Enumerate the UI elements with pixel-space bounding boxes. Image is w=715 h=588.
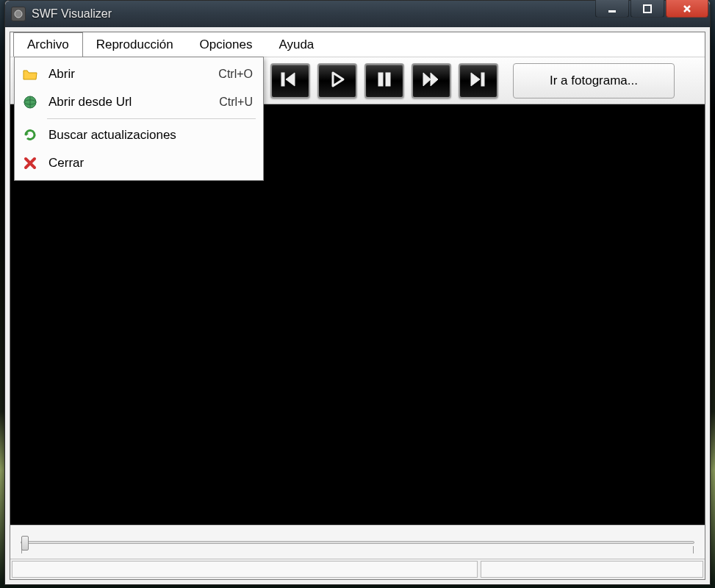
svg-rect-1 (608, 10, 616, 12)
menubar: Archivo Reproducción Opciones Ayuda (10, 32, 705, 57)
archivo-dropdown: Abrir Ctrl+O Abrir desde Url Ctrl+U Busc… (14, 57, 264, 181)
svg-rect-2 (644, 5, 651, 12)
menuitem-updates[interactable]: Buscar actualizaciones (15, 121, 263, 149)
statusbar (10, 559, 705, 579)
window-title: SWF Visualizer (32, 7, 595, 21)
timeline-slider-area (10, 525, 705, 559)
menuitem-cerrar[interactable]: Cerrar (15, 149, 263, 177)
svg-rect-3 (281, 73, 284, 86)
slider-thumb[interactable] (21, 536, 29, 551)
close-x-icon (22, 155, 38, 171)
app-icon (11, 7, 26, 21)
menu-reproduccion[interactable]: Reproducción (83, 32, 187, 57)
svg-point-0 (15, 10, 22, 18)
titlebar[interactable]: SWF Visualizer (5, 1, 710, 27)
skip-end-button[interactable] (459, 63, 498, 98)
menuitem-shortcut: Ctrl+U (219, 96, 253, 109)
menu-ayuda[interactable]: Ayuda (265, 32, 327, 57)
svg-rect-4 (378, 73, 383, 86)
menu-archivo[interactable]: Archivo (13, 32, 83, 57)
goto-frame-button[interactable]: Ir a fotograma... (513, 63, 675, 98)
skip-back-icon (280, 71, 301, 90)
menuitem-shortcut: Ctrl+O (218, 68, 253, 81)
menuitem-label: Abrir desde Url (48, 95, 209, 110)
svg-rect-5 (386, 73, 390, 86)
menuitem-label: Cerrar (48, 156, 253, 171)
maximize-button[interactable] (630, 0, 664, 18)
goto-frame-label: Ir a fotograma... (550, 74, 638, 88)
fast-forward-icon (421, 71, 442, 90)
slider-tick-end (693, 546, 694, 553)
close-button[interactable] (666, 0, 708, 18)
svg-rect-6 (481, 73, 484, 86)
menuitem-abrir[interactable]: Abrir Ctrl+O (15, 60, 263, 88)
minimize-button[interactable] (595, 0, 629, 18)
menuitem-abrir-url[interactable]: Abrir desde Url Ctrl+U (15, 88, 263, 116)
skip-forward-icon (468, 71, 489, 90)
window-controls (595, 0, 708, 18)
client-area: Archivo Reproducción Opciones Ayuda (10, 32, 705, 580)
play-icon (328, 71, 346, 90)
menu-separator (47, 118, 256, 119)
pause-button[interactable] (364, 63, 404, 98)
refresh-icon (22, 127, 38, 143)
menuitem-label: Abrir (48, 67, 208, 82)
menu-opciones[interactable]: Opciones (187, 32, 266, 57)
play-button[interactable] (317, 63, 357, 98)
fast-forward-button[interactable] (412, 63, 451, 98)
pause-icon (376, 71, 393, 90)
rewind-start-button[interactable] (270, 63, 310, 98)
folder-open-icon (22, 66, 38, 82)
timeline-slider[interactable] (21, 541, 694, 544)
status-panel-right (481, 561, 703, 578)
status-panel-left (12, 561, 478, 578)
app-window: SWF Visualizer Archivo Reproducción Opci… (4, 0, 711, 585)
menuitem-label: Buscar actualizaciones (48, 128, 253, 143)
globe-icon (22, 94, 38, 110)
